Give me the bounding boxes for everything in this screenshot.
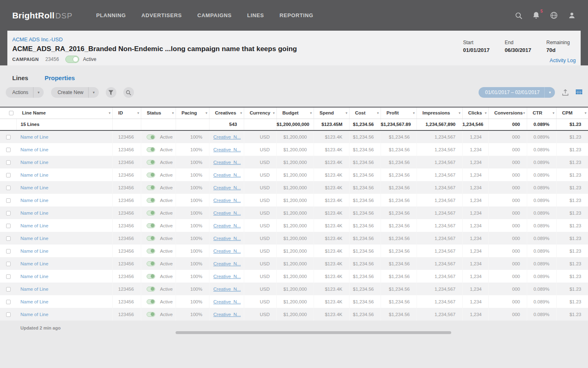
creative-link[interactable]: Creative_N...	[214, 135, 241, 139]
col-header-budget[interactable]: Budget▾	[276, 107, 314, 119]
line-name-link[interactable]: Name of Line	[20, 135, 48, 139]
select-all-checkbox[interactable]	[9, 111, 13, 115]
sort-caret-icon[interactable]: ▾	[459, 111, 460, 115]
creative-link[interactable]: Creative_N...	[214, 261, 241, 266]
export-button[interactable]	[562, 89, 569, 96]
creative-link[interactable]: Creative_N...	[214, 173, 241, 177]
line-name-link[interactable]: Name of Line	[20, 249, 48, 254]
line-name-link[interactable]: Name of Line	[20, 287, 48, 292]
line-name-link[interactable]: Name of Line	[20, 261, 48, 266]
nav-item-advertisers[interactable]: ADVERTISERS	[141, 12, 182, 18]
col-header-cost[interactable]: Cost▾	[349, 107, 381, 119]
row-checkbox[interactable]	[6, 300, 11, 304]
creative-link[interactable]: Creative_N...	[214, 299, 241, 304]
col-header-currency[interactable]: Currency▾	[244, 107, 276, 119]
creative-link[interactable]: Creative_N...	[214, 312, 241, 317]
table-search-button[interactable]	[123, 87, 134, 98]
nav-item-reporting[interactable]: REPORTING	[280, 12, 314, 18]
sort-caret-icon[interactable]: ▾	[137, 111, 139, 115]
line-name-link[interactable]: Name of Line	[20, 236, 48, 241]
advertiser-link[interactable]: ACME ADS Inc.-USD	[12, 36, 63, 43]
col-header-spend[interactable]: Spend▾	[314, 107, 349, 119]
row-checkbox[interactable]	[6, 262, 11, 266]
actions-button[interactable]: Actions ▾	[6, 87, 44, 98]
line-status-toggle[interactable]	[147, 312, 155, 317]
sort-caret-icon[interactable]: ▾	[552, 111, 554, 115]
col-header-profit[interactable]: Profit▾	[381, 107, 416, 119]
sort-caret-icon[interactable]: ▾	[523, 111, 525, 115]
col-header-conversions[interactable]: Conversions▾	[488, 107, 527, 119]
sort-caret-icon[interactable]: ▾	[585, 111, 586, 115]
sort-caret-icon[interactable]: ▾	[240, 111, 242, 115]
line-name-link[interactable]: Name of Line	[20, 312, 48, 317]
sort-caret-icon[interactable]: ▾	[413, 111, 414, 115]
creative-link[interactable]: Creative_N...	[214, 236, 241, 241]
line-status-toggle[interactable]	[147, 211, 155, 215]
campaign-status-toggle[interactable]	[65, 56, 79, 63]
col-header-pacing[interactable]: Pacing▾	[176, 107, 209, 119]
col-header-creatives[interactable]: Creatives▾	[209, 107, 244, 119]
nav-item-campaigns[interactable]: CAMPAIGNS	[197, 12, 232, 18]
creative-link[interactable]: Creative_N...	[214, 185, 241, 190]
line-status-toggle[interactable]	[147, 147, 155, 152]
brand-logo[interactable]: BrightRoll DSP	[12, 11, 73, 20]
creative-link[interactable]: Creative_N...	[214, 223, 241, 228]
sort-caret-icon[interactable]: ▾	[310, 111, 312, 115]
col-header-cpm[interactable]: CPM▾	[556, 107, 588, 119]
creative-link[interactable]: Creative_N...	[214, 198, 241, 203]
line-name-link[interactable]: Name of Line	[20, 185, 48, 190]
line-status-toggle[interactable]	[147, 236, 155, 241]
line-name-link[interactable]: Name of Line	[20, 274, 48, 279]
line-name-link[interactable]: Name of Line	[20, 198, 48, 203]
line-status-toggle[interactable]	[147, 274, 155, 279]
line-status-toggle[interactable]	[147, 261, 155, 266]
activity-log-link[interactable]: Activity Log	[550, 58, 576, 63]
line-name-link[interactable]: Name of Line	[20, 211, 48, 215]
creative-link[interactable]: Creative_N...	[214, 249, 241, 254]
create-new-caret-icon[interactable]: ▾	[88, 87, 99, 98]
nav-item-lines[interactable]: LINES	[247, 12, 264, 18]
nav-item-planning[interactable]: PLANNING	[96, 12, 126, 18]
sort-caret-icon[interactable]: ▾	[205, 111, 207, 115]
col-header-status[interactable]: Status▾	[141, 107, 176, 119]
line-status-toggle[interactable]	[147, 160, 155, 165]
row-checkbox[interactable]	[6, 198, 11, 203]
row-checkbox[interactable]	[6, 148, 11, 152]
row-checkbox[interactable]	[6, 287, 11, 292]
create-new-button[interactable]: Create New ▾	[51, 87, 99, 98]
row-checkbox[interactable]	[6, 249, 11, 254]
line-status-toggle[interactable]	[147, 223, 155, 228]
line-name-link[interactable]: Name of Line	[20, 223, 48, 228]
sort-caret-icon[interactable]: ▾	[377, 111, 379, 115]
sort-caret-icon[interactable]: ▾	[273, 111, 274, 115]
line-status-toggle[interactable]	[147, 287, 155, 292]
line-name-link[interactable]: Name of Line	[20, 173, 48, 177]
row-checkbox[interactable]	[6, 160, 11, 165]
user-icon[interactable]	[568, 11, 576, 19]
col-header-impressions[interactable]: Impressions▾	[416, 107, 462, 119]
tab-lines[interactable]: Lines	[12, 74, 28, 81]
line-name-link[interactable]: Name of Line	[20, 299, 48, 304]
col-header-clicks[interactable]: Clicks▾	[462, 107, 488, 119]
row-checkbox[interactable]	[6, 224, 11, 228]
creative-link[interactable]: Creative_N...	[214, 211, 241, 215]
line-status-toggle[interactable]	[147, 135, 155, 139]
creative-link[interactable]: Creative_N...	[214, 287, 241, 292]
actions-caret-icon[interactable]: ▾	[33, 87, 44, 98]
line-status-toggle[interactable]	[147, 173, 155, 177]
creative-link[interactable]: Creative_N...	[214, 274, 241, 279]
row-checkbox[interactable]	[6, 135, 11, 139]
line-name-link[interactable]: Name of Line	[20, 160, 48, 165]
line-status-toggle[interactable]	[147, 198, 155, 203]
globe-icon[interactable]	[550, 11, 558, 19]
tab-properties[interactable]: Properties	[45, 74, 75, 81]
sort-caret-icon[interactable]: ▾	[172, 111, 174, 115]
bell-icon[interactable]: 5	[532, 11, 540, 19]
line-status-toggle[interactable]	[147, 299, 155, 304]
line-status-toggle[interactable]	[147, 249, 155, 254]
search-icon[interactable]	[515, 12, 522, 19]
line-name-link[interactable]: Name of Line	[20, 147, 48, 152]
col-header-id[interactable]: ID▾	[112, 107, 141, 119]
date-range-caret-icon[interactable]: ▾	[544, 87, 555, 98]
col-header-line-name[interactable]: Line Name▾	[16, 107, 112, 119]
